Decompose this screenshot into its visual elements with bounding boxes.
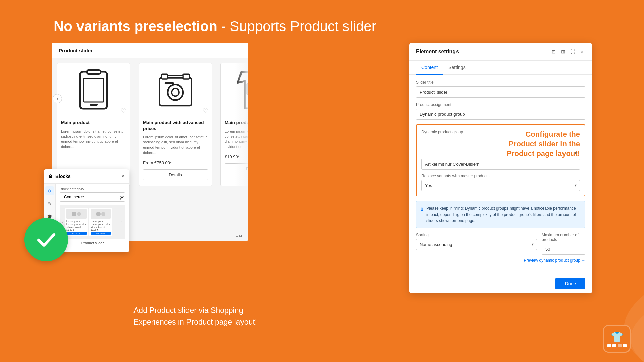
prev-nav-icon[interactable]: ‹ [62,220,64,225]
panel-footer: Done [409,274,592,293]
svg-rect-6 [183,74,189,79]
block-preview-label: Product slider [60,241,125,245]
page-header: No variants preselection - Supports Prod… [54,18,376,35]
vertical-divider [247,43,247,241]
product-card: ♡ Main product w... Lorem ipsum dolor si… [220,63,248,186]
svg-rect-10 [165,82,174,84]
dynamic-group-select[interactable]: Artikel mit nur Cover-Bildern [421,159,580,170]
product-description: Lorem ipsum dolor sit amet, consetetur s… [57,127,130,152]
next-nav-icon[interactable]: › [121,220,122,225]
product-name: Main product with advanced prices [139,117,212,133]
max-products-input[interactable] [542,244,585,255]
wishlist-icon[interactable]: ♡ [203,107,208,114]
product-card: ♡ Main product with advanced prices Lore… [139,63,212,186]
minimize-icon[interactable]: ⊡ [550,48,557,55]
category-label: Block category [60,187,125,191]
tab-content[interactable]: Content [416,61,443,75]
product-card: ♡ Main product Lorem ipsum dolor sit ame… [57,63,130,186]
header-title: No variants preselection - Supports Prod… [54,18,376,35]
info-icon: ℹ [421,206,423,224]
product-description: Lorem ipsum dolor sit amet, consetetur s… [139,133,212,158]
blocks-close-button[interactable]: × [121,173,124,179]
product-price: From €750.00* [139,158,212,167]
panel-tabs: Content Settings [409,61,592,75]
done-button[interactable]: Done [555,278,585,289]
orange-config-box: Configurate the Product slider in the Pr… [416,124,585,196]
product-details-button[interactable]: De... [225,163,248,174]
blocks-title: Blocks [55,174,71,179]
product-assignment-label: Product assignment [416,102,585,107]
product-name: Main product [57,117,130,127]
blocks-nav-item-1[interactable]: ⊙ [45,186,54,195]
sorting-select[interactable]: Name ascending [416,239,537,250]
block-mini-card-1: Lorem ipsumLorem ipsum dolorsit amet con… [65,208,88,236]
slider-title-label: Slider title [416,80,585,85]
info-box: ℹ Please keep in mind: Dynamic product g… [416,201,585,228]
bottom-text-line2: Experiences in Product page layout! [133,316,257,328]
svg-rect-7 [168,75,183,78]
fullscreen-icon[interactable]: ⛶ [569,48,576,55]
svg-rect-1 [87,70,100,74]
checkmark-circle [24,218,68,261]
checkmark-icon [35,228,58,251]
max-products-label: Maximum number of products [542,233,585,242]
blocks-gear-icon: ⚙ [48,174,53,179]
nav-arrow-left[interactable]: ‹ [53,94,62,103]
preview-link[interactable]: Preview dynamic product group → [416,258,585,263]
sorting-label: Sorting [416,233,537,237]
replace-variants-select[interactable]: Yes [421,180,580,191]
product-price: €19.99* [221,152,248,161]
product-description: Lorem ipsum dolor sit amet, consetetur s… [221,127,248,152]
svg-rect-3 [90,104,98,106]
app-icon-dots [607,344,627,347]
element-settings-panel: Element settings ⊡ ⊞ ⛶ × Content Setting… [409,43,592,293]
bottom-text-line1: Add Product slider via Shopping [133,305,257,317]
slider-title-input[interactable] [416,86,585,98]
block-preview[interactable]: ‹ Lorem ipsumLorem ipsum dolorsit amet c… [60,205,125,239]
category-select[interactable]: Commerce [60,192,125,202]
panel-title-bar: Product slider [52,43,248,58]
app-icon-shirt: 👕 [611,331,623,343]
expand-icon[interactable]: ⊞ [560,48,567,55]
svg-rect-5 [162,74,168,79]
product-assignment-input[interactable] [416,109,585,120]
bottom-text: Add Product slider via Shopping Experien… [133,305,257,328]
replace-variants-label: Replace variants with master products [421,174,580,178]
svg-rect-11 [247,84,248,95]
product-details-button[interactable]: Details [143,169,208,180]
info-text: Please keep in mind: Dynamic product gro… [426,205,580,224]
svg-rect-2 [84,78,104,102]
blocks-nav-item-2[interactable]: ✎ [45,199,54,208]
close-icon[interactable]: × [579,48,585,55]
block-mini-card-2: Lorem ipsumLorem ipsum dolorsit amet con… [89,208,112,236]
product-name: Main product w... [221,117,248,127]
panel-title: Element settings [416,49,459,55]
svg-point-9 [172,88,179,96]
wishlist-icon[interactable]: ♡ [121,107,126,114]
app-icon[interactable]: 👕 [603,325,631,353]
tab-settings[interactable]: Settings [443,61,471,75]
